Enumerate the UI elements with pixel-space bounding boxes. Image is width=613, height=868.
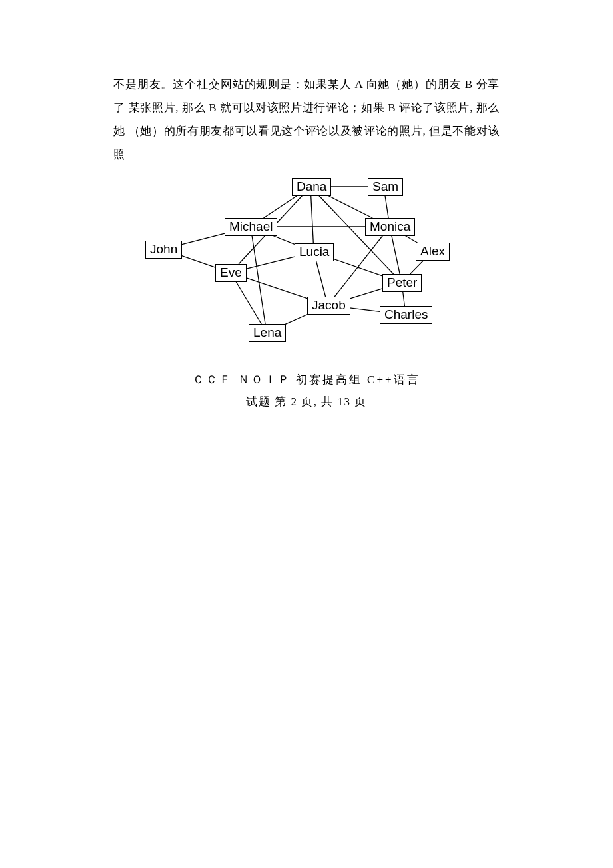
graph-edge-monica-peter <box>392 235 400 274</box>
graph-node-sam: Sam <box>368 178 403 196</box>
graph-edge-monica-jacob <box>334 235 383 297</box>
graph-node-alex: Alex <box>416 243 450 261</box>
graph-edge-lucia-jacob <box>316 261 325 297</box>
graph-node-dana: Dana <box>292 178 331 196</box>
footer-line-2: 试题 第 2 页, 共 13 页 <box>113 391 500 413</box>
graph-edge-jacob-charles <box>348 308 380 312</box>
footer-line-1: ＣＣＦ ＮＯＩＰ 初赛提高组 C++语言 <box>113 369 500 391</box>
graph-edge-dana-monica <box>328 195 372 218</box>
graph-edge-michael-lucia <box>273 235 295 244</box>
paragraph-text: 不是朋友。这个社交网站的规则是：如果某人 A 向她（她）的朋友 B 分享了 某张… <box>113 73 500 166</box>
graph-edge-eve-lena <box>236 281 261 324</box>
graph-node-john: John <box>145 241 182 259</box>
graph-node-michael: Michael <box>225 218 277 236</box>
graph-edge-monica-alex <box>404 235 417 243</box>
graph-node-eve: Eve <box>215 264 247 282</box>
graph-edge-lucia-eve <box>246 257 295 269</box>
graph-node-jacob: Jacob <box>307 297 350 315</box>
graph-node-monica: Monica <box>365 218 415 236</box>
graph-edge-john-eve <box>181 256 215 268</box>
graph-edge-peter-jacob <box>348 289 382 299</box>
graph-node-peter: Peter <box>382 274 422 292</box>
graph-edge-jacob-lena <box>285 314 308 325</box>
graph-node-lucia: Lucia <box>295 243 334 261</box>
graph-node-charles: Charles <box>380 306 432 324</box>
friend-graph-diagram: DanaSamMichaelMonicaJohnLuciaAlexEvePete… <box>133 176 480 349</box>
graph-edge-alex-peter <box>410 260 424 274</box>
graph-node-lena: Lena <box>249 324 286 342</box>
graph-edge-peter-charles <box>403 291 405 306</box>
graph-edge-sam-monica <box>385 195 388 218</box>
graph-edge-eve-jacob <box>246 278 307 299</box>
page-footer: ＣＣＦ ＮＯＩＰ 初赛提高组 C++语言 试题 第 2 页, 共 13 页 <box>113 369 500 413</box>
graph-edge-michael-john <box>181 233 225 245</box>
graph-edge-lucia-peter <box>333 259 382 276</box>
graph-edge-dana-lucia <box>311 195 314 243</box>
